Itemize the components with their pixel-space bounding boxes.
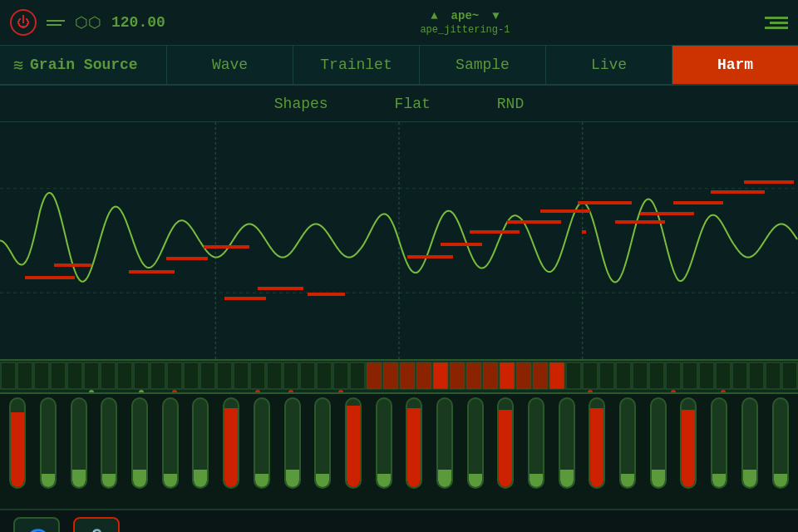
subtab-shapes[interactable]: Shapes — [274, 96, 328, 112]
slider-unit[interactable] — [155, 397, 185, 505]
slider-track — [772, 397, 789, 489]
slider-unit[interactable] — [674, 397, 703, 505]
slider-track — [284, 397, 301, 489]
slider-unit[interactable] — [583, 397, 612, 505]
slider-track — [345, 397, 362, 489]
slider-fill — [255, 474, 268, 487]
slider-unit[interactable] — [766, 397, 795, 505]
slider-track — [741, 397, 758, 489]
slider-unit[interactable] — [95, 397, 124, 505]
bottom-section: 🌀 🔓 — [0, 359, 798, 532]
slider-unit[interactable] — [369, 397, 398, 505]
power-button[interactable]: ⏻ — [10, 9, 37, 36]
tab-wave[interactable]: Wave — [166, 46, 293, 84]
menu-button[interactable] — [765, 17, 788, 29]
slider-fill — [286, 470, 299, 487]
bpm-display: 120.00 — [111, 14, 165, 31]
slider-fill — [652, 470, 665, 487]
piano-roll-bar[interactable] — [0, 359, 798, 394]
patch-prev-button[interactable]: ▲ — [431, 9, 437, 22]
slider-unit[interactable] — [278, 397, 307, 505]
slider-unit[interactable] — [34, 397, 63, 505]
waveform-display — [0, 122, 798, 359]
slider-track — [131, 397, 148, 489]
slider-unit[interactable] — [643, 397, 672, 505]
tab-harm[interactable]: Harm — [672, 46, 798, 84]
slider-track — [680, 397, 697, 489]
top-left-controls: ⏻ ⬡⬡ 120.00 — [10, 9, 165, 36]
subtab-flat[interactable]: Flat — [395, 96, 431, 112]
patch-sub-name: ape_jittering-1 — [420, 24, 510, 36]
link-icon: ⬡⬡ — [75, 13, 101, 32]
sliders-row — [0, 394, 798, 509]
slider-track — [497, 397, 514, 489]
slider-track — [711, 397, 727, 489]
patch-info: ▲ ape~ ▼ ape_jittering-1 — [420, 9, 510, 36]
slider-unit[interactable] — [248, 397, 277, 505]
slider-unit[interactable] — [217, 397, 246, 505]
slider-unit[interactable] — [308, 397, 337, 505]
slider-track — [101, 397, 117, 489]
slider-fill — [102, 474, 116, 487]
slider-unit[interactable] — [705, 397, 734, 505]
slider-fill — [499, 410, 512, 487]
slider-unit[interactable] — [3, 397, 32, 505]
slider-fill — [469, 474, 482, 487]
slider-fill — [682, 410, 695, 487]
slider-unit[interactable] — [431, 397, 460, 505]
slider-fill — [224, 408, 238, 487]
slider-track — [559, 397, 575, 489]
lock-button[interactable]: 🔓 — [73, 517, 120, 533]
slider-fill — [407, 408, 421, 487]
slider-track — [467, 397, 484, 489]
slider-fill — [377, 474, 391, 487]
slider-fill — [194, 470, 207, 487]
slider-track — [71, 397, 87, 489]
slider-track — [9, 397, 26, 489]
slider-fill — [712, 474, 726, 487]
slider-track — [589, 397, 605, 489]
slider-fill — [438, 470, 451, 487]
nav-bar: ≋ Grain Source Wave Trainlet Sample Live… — [0, 46, 798, 86]
slider-unit[interactable] — [186, 397, 215, 505]
slider-fill — [347, 406, 360, 487]
slider-unit[interactable] — [339, 397, 368, 505]
sub-nav: Shapes Flat RND — [0, 86, 798, 122]
slider-fill — [621, 474, 634, 487]
slider-track — [162, 397, 179, 489]
slider-fill — [743, 470, 756, 487]
slider-fill — [72, 470, 86, 487]
grain-source-label: Grain Source — [30, 57, 138, 73]
slider-unit[interactable] — [522, 397, 551, 505]
patch-next-button[interactable]: ▼ — [492, 9, 499, 22]
slider-track — [650, 397, 667, 489]
tab-trainlet[interactable]: Trainlet — [293, 46, 419, 84]
hamburger-menu[interactable] — [47, 20, 65, 26]
slider-fill — [133, 470, 146, 487]
slider-fill — [774, 474, 787, 487]
slider-track — [192, 397, 209, 489]
slider-unit[interactable] — [461, 397, 490, 505]
spring-icon: 🌀 — [26, 529, 48, 532]
waveform-canvas[interactable] — [0, 122, 798, 359]
subtab-rnd[interactable]: RND — [497, 96, 524, 112]
spring-tool-button[interactable]: 🌀 — [13, 517, 60, 533]
slider-fill — [590, 408, 603, 487]
slider-unit[interactable] — [400, 397, 429, 505]
slider-fill — [560, 470, 574, 487]
tab-sample[interactable]: Sample — [419, 46, 545, 84]
slider-unit[interactable] — [64, 397, 93, 505]
slider-unit[interactable] — [736, 397, 765, 505]
top-right-controls — [765, 17, 788, 29]
patch-controls: ▲ ape~ ▼ — [431, 9, 499, 22]
slider-unit[interactable] — [491, 397, 520, 505]
slider-track — [406, 397, 422, 489]
tab-live[interactable]: Live — [545, 46, 672, 84]
slider-unit[interactable] — [126, 397, 155, 505]
slider-track — [254, 397, 270, 489]
slider-unit[interactable] — [552, 397, 581, 505]
lock-icon: 🔓 — [86, 529, 108, 532]
slider-track — [376, 397, 392, 489]
slider-fill — [42, 474, 55, 487]
slider-unit[interactable] — [613, 397, 643, 505]
